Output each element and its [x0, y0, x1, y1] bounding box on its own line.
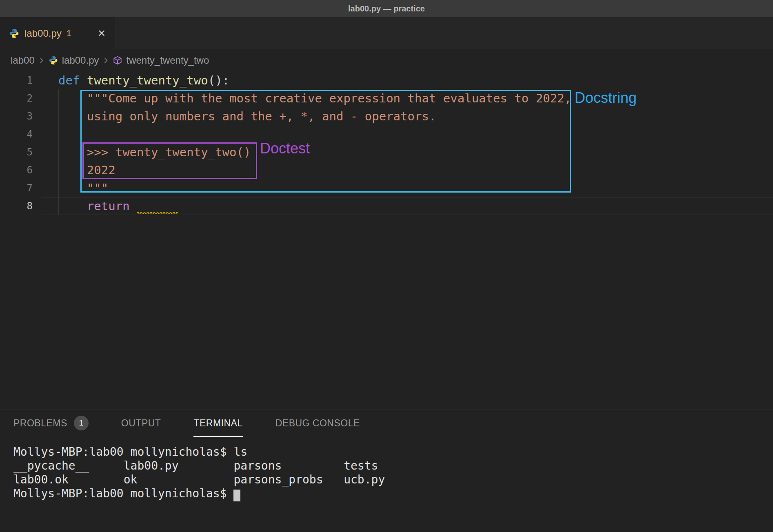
terminal-cursor: [233, 490, 240, 501]
panel-tab-problems[interactable]: PROBLEMS1: [13, 410, 89, 437]
terminal-line: Mollys-MBP:lab00 mollynicholas$: [13, 487, 233, 500]
close-icon[interactable]: ✕: [98, 28, 106, 39]
warning-squiggle: [137, 210, 180, 214]
panel-tab-bar: PROBLEMS1OUTPUTTERMINALDEBUG CONSOLE: [0, 410, 773, 437]
breadcrumb-separator-icon: ›: [104, 53, 108, 66]
panel-tab-label: DEBUG CONSOLE: [275, 418, 360, 429]
code-text: """: [41, 179, 773, 197]
line-number[interactable]: 4: [0, 125, 41, 143]
line-number[interactable]: 8: [0, 197, 41, 215]
bottom-panel: PROBLEMS1OUTPUTTERMINALDEBUG CONSOLE Mol…: [0, 410, 773, 532]
panel-tab-label: PROBLEMS: [13, 418, 67, 429]
tab-modified-badge: 1: [67, 28, 71, 39]
tab-label: lab00.py: [24, 28, 62, 39]
code-text: def twenty_twenty_two():: [41, 71, 773, 89]
terminal-line: Mollys-MBP:lab00 mollynicholas$ ls: [13, 445, 247, 459]
docstring-annotation-label: Docstring: [575, 89, 637, 106]
line-number[interactable]: 6: [0, 161, 41, 179]
breadcrumb-item-lab00[interactable]: lab00: [11, 55, 35, 66]
panel-tab-terminal[interactable]: TERMINAL: [193, 410, 242, 437]
problems-count-badge: 1: [74, 416, 89, 430]
line-number[interactable]: 7: [0, 179, 41, 197]
window-title: lab00.py — practice: [348, 4, 425, 13]
breadcrumb-item-twenty-twenty-two[interactable]: twenty_twenty_two: [113, 55, 209, 66]
terminal-line: __pycache__ lab00.py parsons tests: [13, 459, 378, 472]
code-text: """Come up with the most creative expres…: [41, 89, 773, 107]
code-text: >>> twenty_twenty_two(): [41, 143, 773, 161]
symbol-module-icon: [113, 55, 122, 65]
python-icon: [49, 55, 58, 65]
panel-tab-label: TERMINAL: [193, 418, 242, 429]
terminal-line: lab00.ok ok parsons_probs ucb.py: [13, 473, 385, 486]
breadcrumb-label: lab00: [11, 55, 35, 66]
code-editor[interactable]: 1def twenty_twenty_two():2 """Come up wi…: [0, 71, 773, 410]
breadcrumb-separator-icon: ›: [40, 53, 44, 66]
code-lines: 1def twenty_twenty_two():2 """Come up wi…: [0, 71, 773, 215]
line-number[interactable]: 1: [0, 71, 41, 89]
panel-tab-output[interactable]: OUTPUT: [121, 410, 161, 437]
code-line-7[interactable]: 7 """: [0, 179, 773, 197]
terminal-output[interactable]: Mollys-MBP:lab00 mollynicholas$ ls __pyc…: [13, 445, 385, 501]
vscode-window: lab00.py — practice lab00.py 1 ✕ lab00›l…: [0, 0, 773, 532]
breadcrumb-label: twenty_twenty_two: [126, 55, 209, 66]
indent-guide: [58, 89, 59, 215]
python-icon: [9, 28, 20, 39]
code-text: [41, 125, 773, 143]
titlebar[interactable]: lab00.py — practice: [0, 0, 773, 17]
doctest-annotation-label: Doctest: [260, 140, 310, 157]
breadcrumb-item-lab00-py[interactable]: lab00.py: [49, 55, 99, 66]
code-line-1[interactable]: 1def twenty_twenty_two():: [0, 71, 773, 89]
breadcrumb-label: lab00.py: [62, 55, 99, 66]
code-text: using only numbers and the +, *, and - o…: [41, 107, 773, 125]
code-line-4[interactable]: 4: [0, 125, 773, 143]
code-line-3[interactable]: 3 using only numbers and the +, *, and -…: [0, 107, 773, 125]
tab-bar: lab00.py 1 ✕: [0, 17, 773, 49]
panel-tab-label: OUTPUT: [121, 418, 161, 429]
line-number[interactable]: 3: [0, 107, 41, 125]
code-line-8[interactable]: 8 return: [0, 197, 773, 215]
line-number[interactable]: 2: [0, 89, 41, 107]
code-line-5[interactable]: 5 >>> twenty_twenty_two(): [0, 143, 773, 161]
code-text: return: [41, 197, 773, 215]
tab-lab00py[interactable]: lab00.py 1 ✕: [0, 17, 115, 49]
code-line-6[interactable]: 6 2022: [0, 161, 773, 179]
code-line-2[interactable]: 2 """Come up with the most creative expr…: [0, 89, 773, 107]
panel-tab-debug-console[interactable]: DEBUG CONSOLE: [275, 410, 360, 437]
breadcrumb: lab00›lab00.py›twenty_twenty_two: [0, 49, 773, 71]
line-number[interactable]: 5: [0, 143, 41, 161]
code-text: 2022: [41, 161, 773, 179]
